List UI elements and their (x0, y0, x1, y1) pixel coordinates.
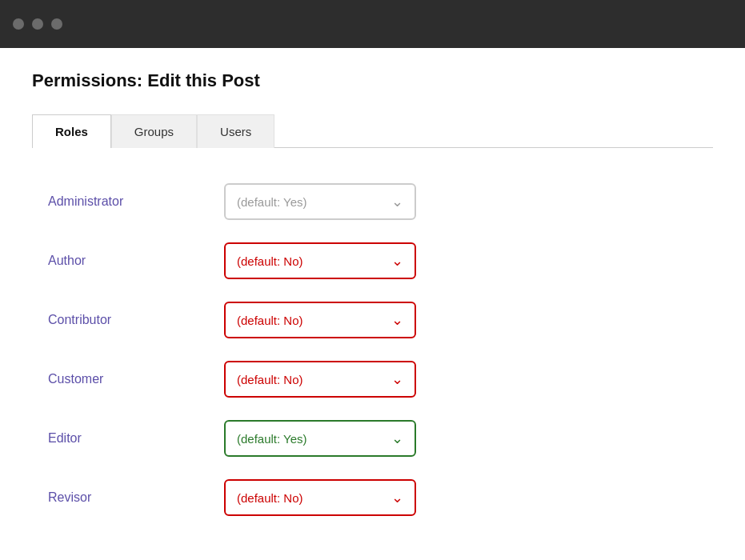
tab-roles[interactable]: Roles (32, 114, 111, 148)
chevron-down-icon: ⌄ (391, 370, 403, 388)
dropdown-value-administrator: (default: Yes) (237, 195, 307, 209)
role-row-contributor: Contributor (default: No) ⌄ (48, 290, 713, 350)
role-row-author: Author (default: No) ⌄ (48, 231, 713, 290)
window-dot-1 (13, 18, 24, 30)
role-label-contributor: Contributor (48, 313, 192, 327)
role-dropdown-revisor[interactable]: (default: No) ⌄ (224, 479, 416, 516)
dropdown-value-revisor: (default: No) (237, 491, 303, 505)
role-dropdown-editor[interactable]: (default: Yes) ⌄ (224, 420, 416, 457)
role-label-revisor: Revisor (48, 490, 192, 505)
dropdown-value-contributor: (default: No) (237, 314, 303, 327)
dropdown-value-editor: (default: Yes) (237, 432, 307, 446)
chevron-down-icon: ⌄ (391, 193, 403, 210)
roles-list: Administrator (default: Yes) ⌄ Author (d… (32, 172, 713, 527)
dropdown-value-customer: (default: No) (237, 373, 303, 386)
role-dropdown-customer[interactable]: (default: No) ⌄ (224, 361, 416, 398)
role-dropdown-administrator[interactable]: (default: Yes) ⌄ (224, 183, 416, 220)
role-label-author: Author (48, 254, 192, 268)
tab-groups[interactable]: Groups (111, 114, 197, 148)
page-title: Permissions: Edit this Post (32, 70, 713, 91)
tab-users[interactable]: Users (197, 114, 274, 148)
chevron-down-icon: ⌄ (391, 311, 403, 329)
tabs-container: Roles Groups Users (32, 114, 713, 148)
role-label-editor: Editor (48, 431, 192, 446)
role-label-customer: Customer (48, 372, 192, 386)
dropdown-value-author: (default: No) (237, 254, 303, 268)
chevron-down-icon: ⌄ (391, 252, 403, 270)
chevron-down-icon: ⌄ (391, 430, 403, 447)
window-dot-3 (51, 18, 62, 30)
role-dropdown-author[interactable]: (default: No) ⌄ (224, 242, 416, 279)
main-content: Permissions: Edit this Post Roles Groups… (0, 48, 745, 550)
role-dropdown-contributor[interactable]: (default: No) ⌄ (224, 302, 416, 338)
role-label-administrator: Administrator (48, 194, 192, 209)
chevron-down-icon: ⌄ (391, 489, 403, 506)
role-row-customer: Customer (default: No) ⌄ (48, 350, 713, 409)
titlebar (0, 0, 745, 48)
window-dot-2 (32, 18, 43, 30)
role-row-editor: Editor (default: Yes) ⌄ (48, 409, 713, 468)
role-row-administrator: Administrator (default: Yes) ⌄ (48, 172, 713, 231)
role-row-revisor: Revisor (default: No) ⌄ (48, 468, 713, 527)
